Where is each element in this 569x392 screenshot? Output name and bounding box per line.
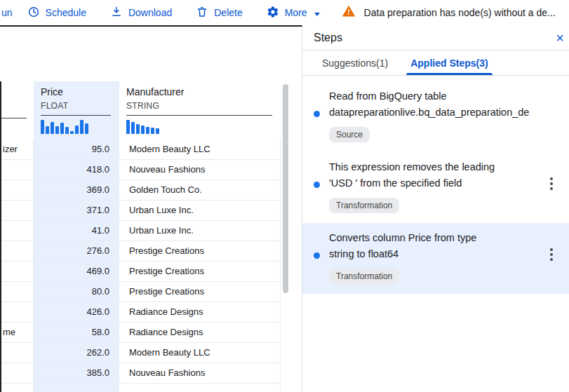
step-menu-button[interactable] xyxy=(540,230,563,284)
applied-step-item[interactable]: This expression removes the leading 'USD… xyxy=(302,152,569,223)
table-row[interactable]: me 58.0 Radiance Designs xyxy=(1,323,281,343)
cell-partial xyxy=(1,180,34,201)
step-text-line1: Converts column Price from type xyxy=(329,230,540,246)
step-menu-button[interactable] xyxy=(540,159,563,213)
trash-icon xyxy=(196,6,208,20)
table-row[interactable]: 80.0 Prestige Creations xyxy=(1,282,281,302)
step-text-line2: datapreparationlive.bq_data_preparation_… xyxy=(329,104,540,121)
tab-applied-steps[interactable]: Applied Steps(3) xyxy=(399,50,499,75)
step-dot-column xyxy=(314,230,329,284)
schedule-button[interactable]: Schedule xyxy=(15,0,98,25)
histogram-bar xyxy=(51,122,54,134)
column-header-price[interactable]: Price FLOAT xyxy=(34,81,119,140)
table-row[interactable]: 262.0 Modern Beauty LLC xyxy=(1,343,281,363)
step-dot-icon xyxy=(314,111,320,117)
close-icon[interactable]: × xyxy=(552,31,568,45)
table-body: izer 95.0 Modern Beauty LLC 418.0 Nouvea… xyxy=(1,140,281,392)
table-header: Price FLOAT Manufacturer STRING xyxy=(1,81,281,140)
table-row[interactable]: 469.0 Prestige Creations xyxy=(1,262,281,282)
price-histogram xyxy=(34,116,119,140)
cell-price[interactable] xyxy=(34,384,119,392)
step-dot-column xyxy=(314,88,329,142)
cell-price[interactable]: 80.0 xyxy=(34,282,119,302)
cell-manufacturer[interactable]: Modern Beauty LLC xyxy=(119,343,281,363)
kebab-menu-icon xyxy=(550,248,553,284)
column-header-manufacturer[interactable]: Manufacturer STRING xyxy=(119,81,281,140)
panel-title: Steps xyxy=(314,32,342,44)
table-row[interactable]: 426.0 Radiance Designs xyxy=(1,302,281,323)
delete-label: Delete xyxy=(214,7,242,18)
histogram-bar xyxy=(60,123,64,134)
cell-price[interactable]: 426.0 xyxy=(34,302,119,323)
more-button[interactable]: More xyxy=(255,0,332,25)
step-text-line1: Read from BigQuery table xyxy=(329,88,540,104)
step-type-badge: Transformation xyxy=(329,198,399,213)
cell-manufacturer[interactable]: Nouveau Fashions xyxy=(119,363,281,384)
applied-step-item[interactable]: Read from BigQuery table datapreparation… xyxy=(302,81,569,152)
table-row[interactable]: 41.0 Urban Luxe Inc. xyxy=(1,221,281,241)
cell-manufacturer[interactable]: Nouveau Fashions xyxy=(119,160,281,180)
cell-manufacturer[interactable]: Urban Luxe Inc. xyxy=(119,221,281,241)
cell-price[interactable]: 58.0 xyxy=(34,323,119,343)
cell-partial xyxy=(1,241,34,262)
run-button-partial[interactable]: un xyxy=(1,7,15,18)
table-row[interactable]: 371.0 Urban Luxe Inc. xyxy=(1,201,281,221)
vertical-scrollbar[interactable] xyxy=(283,84,288,293)
cell-manufacturer[interactable]: Prestige Creations xyxy=(119,241,281,262)
cell-manufacturer[interactable]: Modern Beauty LLC xyxy=(119,140,281,160)
step-content: Read from BigQuery table datapreparation… xyxy=(329,88,540,142)
column-type: FLOAT xyxy=(41,100,111,112)
table-row[interactable] xyxy=(1,384,281,392)
histogram-bar xyxy=(146,127,149,134)
table-row[interactable]: 369.0 Golden Touch Co. xyxy=(1,180,281,201)
cell-price[interactable]: 371.0 xyxy=(34,201,119,221)
column-type: STRING xyxy=(126,100,272,112)
histogram-bar xyxy=(80,120,83,134)
warning-icon xyxy=(342,4,356,21)
cell-price[interactable]: 469.0 xyxy=(34,262,119,282)
histogram-bar xyxy=(131,122,135,134)
cell-manufacturer[interactable]: Radiance Designs xyxy=(119,323,281,343)
cell-manufacturer[interactable]: Prestige Creations xyxy=(119,262,281,282)
cell-partial xyxy=(1,363,34,384)
step-type-badge: Source xyxy=(329,127,370,142)
cell-partial xyxy=(1,201,34,221)
tab-suggestions[interactable]: Suggestions(1) xyxy=(311,50,399,75)
app-window: un Schedule Download Delete More xyxy=(0,0,569,392)
steps-tabs: Suggestions(1) Applied Steps(3) xyxy=(302,50,569,76)
step-dot-icon xyxy=(314,252,320,259)
step-dot-column xyxy=(314,159,329,213)
applied-step-item[interactable]: Converts column Price from type string t… xyxy=(302,223,569,294)
cell-price[interactable]: 95.0 xyxy=(34,140,119,160)
cell-price[interactable]: 262.0 xyxy=(34,343,119,363)
table-row[interactable]: 385.0 Nouveau Fashions xyxy=(1,363,281,384)
download-label: Download xyxy=(128,7,172,18)
cell-price[interactable]: 418.0 xyxy=(34,160,119,180)
cell-manufacturer[interactable] xyxy=(119,384,281,392)
schedule-label: Schedule xyxy=(46,7,86,18)
table-row[interactable]: 418.0 Nouveau Fashions xyxy=(1,160,281,180)
cell-manufacturer[interactable]: Prestige Creations xyxy=(119,282,281,302)
cell-price[interactable]: 41.0 xyxy=(34,221,119,241)
gear-icon xyxy=(267,6,279,20)
data-grid-panel: Price FLOAT Manufacturer STRING ize xyxy=(0,25,302,392)
delete-button[interactable]: Delete xyxy=(184,0,254,25)
cell-partial xyxy=(1,262,34,282)
cell-partial xyxy=(1,160,34,180)
download-icon xyxy=(110,6,123,20)
step-text-line2: 'USD ' from the specified field xyxy=(329,175,540,191)
download-button[interactable]: Download xyxy=(98,0,184,25)
cell-manufacturer[interactable]: Golden Touch Co. xyxy=(119,180,281,201)
step-content: This expression removes the leading 'USD… xyxy=(329,159,540,213)
histogram-bar xyxy=(156,128,159,134)
cell-manufacturer[interactable]: Radiance Designs xyxy=(119,302,281,323)
table-row[interactable]: 276.0 Prestige Creations xyxy=(1,241,281,262)
cell-manufacturer[interactable]: Urban Luxe Inc. xyxy=(119,201,281,221)
clock-icon xyxy=(27,6,40,20)
cell-price[interactable]: 369.0 xyxy=(34,180,119,201)
cell-price[interactable]: 385.0 xyxy=(34,363,119,384)
cell-price[interactable]: 276.0 xyxy=(34,241,119,262)
chevron-down-icon xyxy=(314,7,320,18)
table-row[interactable]: izer 95.0 Modern Beauty LLC xyxy=(1,140,281,160)
step-text-line1: This expression removes the leading xyxy=(329,159,540,175)
